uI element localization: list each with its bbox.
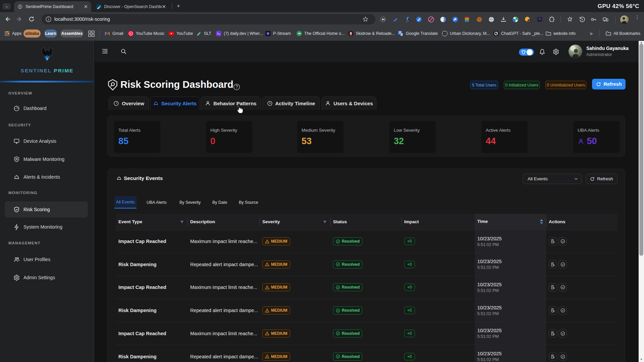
svg-text:2: 2 <box>529 20 530 22</box>
